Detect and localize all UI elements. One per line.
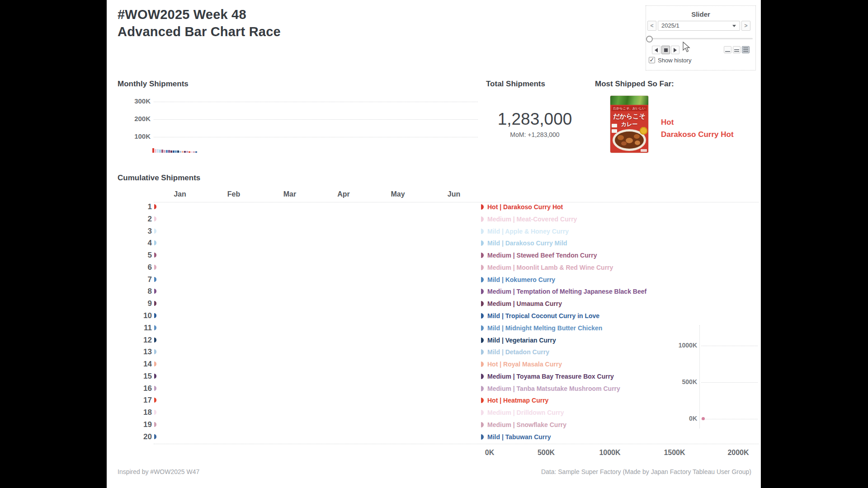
curry-bar-mark[interactable] bbox=[481, 253, 484, 258]
mini-bar[interactable] bbox=[177, 150, 179, 153]
curry-bar-mark[interactable] bbox=[481, 361, 484, 367]
monthly-gridline bbox=[154, 137, 478, 137]
inset-axis-tick: 0K bbox=[670, 415, 697, 422]
period-select[interactable]: 2025/1 bbox=[658, 21, 740, 31]
mini-bar[interactable] bbox=[161, 150, 163, 153]
curry-bar-mark[interactable] bbox=[481, 386, 484, 391]
x-axis-tick: 1500K bbox=[654, 449, 695, 457]
curry-bar-mark[interactable] bbox=[481, 325, 484, 331]
month-label-feb: Feb bbox=[216, 190, 252, 198]
mini-bar[interactable] bbox=[152, 148, 154, 153]
inset-axis-vline bbox=[699, 325, 700, 428]
monthly-y-tick: 100K bbox=[123, 132, 151, 140]
curry-row[interactable]: Medium | Umauma Curry bbox=[481, 299, 562, 308]
mini-bar[interactable] bbox=[182, 151, 184, 153]
rank-number: 5 bbox=[125, 251, 152, 260]
curry-row[interactable]: Medium | Stewed Beef Tendon Curry bbox=[481, 251, 597, 260]
mini-bar[interactable] bbox=[195, 151, 197, 153]
curry-row[interactable]: Mild | Vegetarian Curry bbox=[481, 336, 556, 345]
mini-bar[interactable] bbox=[175, 150, 177, 153]
dashboard: #WOW2025 Week 48 Advanced Bar Chart Race… bbox=[0, 0, 868, 488]
curry-row[interactable]: Medium | Drilldown Curry bbox=[481, 408, 564, 417]
triangle-left-icon bbox=[655, 48, 658, 52]
show-history-label: Show history bbox=[658, 57, 691, 64]
curry-bar-mark[interactable] bbox=[481, 289, 484, 294]
curry-bar-mark[interactable] bbox=[481, 313, 484, 319]
prev-period-button[interactable]: < bbox=[647, 21, 656, 31]
month-axis-line bbox=[154, 202, 759, 202]
speed-medium-button[interactable] bbox=[733, 46, 741, 53]
mini-bar[interactable] bbox=[189, 151, 190, 153]
step-backward-button[interactable] bbox=[652, 46, 660, 54]
rank-number: 15 bbox=[125, 372, 152, 381]
curry-bar-mark[interactable] bbox=[481, 434, 484, 440]
curry-row[interactable]: Hot | Darakoso Curry Hot bbox=[481, 202, 563, 211]
mini-bar[interactable] bbox=[186, 151, 188, 153]
mini-bar[interactable] bbox=[159, 150, 161, 153]
curry-bar-mark[interactable] bbox=[481, 277, 484, 282]
total-shipments-value: 1,283,000 bbox=[490, 110, 580, 129]
mini-bar[interactable] bbox=[166, 150, 168, 153]
curry-bar-mark[interactable] bbox=[481, 338, 484, 343]
curry-row-label: Medium | Tanba Matsutake Mushroom Curry bbox=[487, 385, 620, 392]
curry-row[interactable]: Hot | Royal Masala Curry bbox=[481, 360, 562, 369]
curry-row[interactable]: Mild | Darakoso Curry Mild bbox=[481, 239, 567, 248]
step-forward-button[interactable] bbox=[671, 46, 679, 54]
inset-data-dot[interactable] bbox=[702, 417, 705, 420]
package-badge bbox=[640, 127, 647, 135]
curry-row[interactable]: Medium | Moonlit Lamb & Red Wine Curry bbox=[481, 263, 613, 272]
monthly-y-tick: 300K bbox=[123, 97, 151, 105]
curry-bar-mark[interactable] bbox=[481, 422, 484, 427]
mini-bar[interactable] bbox=[164, 150, 165, 153]
x-axis-tick: 1000K bbox=[590, 449, 630, 457]
mini-bar[interactable] bbox=[184, 151, 186, 153]
speed-slow-button[interactable] bbox=[724, 46, 731, 53]
curry-row[interactable]: Medium | Snowflake Curry bbox=[481, 420, 566, 429]
mini-bar[interactable] bbox=[191, 151, 193, 153]
curry-row-label: Medium | Temptation of Melting Japanese … bbox=[487, 288, 646, 295]
curry-row[interactable]: Medium | Tanba Matsutake Mushroom Curry bbox=[481, 384, 620, 393]
curry-bar-mark[interactable] bbox=[481, 216, 484, 222]
next-period-button[interactable]: > bbox=[741, 21, 750, 31]
curry-bar-mark[interactable] bbox=[481, 265, 484, 270]
mini-bar[interactable] bbox=[168, 150, 170, 153]
mini-bar[interactable] bbox=[179, 151, 181, 153]
curry-bar-mark[interactable] bbox=[481, 301, 484, 306]
x-axis-tick: 2000K bbox=[718, 449, 759, 457]
curry-row[interactable]: Hot | Heatmap Curry bbox=[481, 396, 548, 405]
curry-bar-mark[interactable] bbox=[481, 410, 484, 415]
curry-bar-mark[interactable] bbox=[481, 374, 484, 379]
speed-fast-button[interactable] bbox=[742, 46, 750, 53]
curry-bar-mark[interactable] bbox=[481, 240, 484, 246]
time-slider-knob[interactable] bbox=[646, 36, 653, 42]
curry-row[interactable]: Mild | Kokumero Curry bbox=[481, 275, 555, 284]
month-label-jun: Jun bbox=[436, 190, 472, 198]
curry-row-label: Medium | Umauma Curry bbox=[487, 300, 562, 307]
package-greens-art bbox=[610, 96, 648, 105]
curry-row[interactable]: Mild | Tabuwan Curry bbox=[481, 432, 551, 441]
curry-bar-mark[interactable] bbox=[481, 229, 484, 234]
inset-gridline bbox=[701, 346, 758, 346]
curry-row[interactable]: Mild | Midnight Melting Butter Chicken bbox=[481, 324, 602, 333]
stop-button[interactable] bbox=[661, 46, 670, 54]
mini-bar[interactable] bbox=[157, 149, 159, 153]
curry-row[interactable]: Medium | Temptation of Melting Japanese … bbox=[481, 287, 646, 296]
curry-bar-mark[interactable] bbox=[481, 349, 484, 355]
time-slider-track[interactable] bbox=[648, 38, 753, 39]
curry-row-label: Mild | Tropical Coconut Curry in Love bbox=[487, 312, 599, 319]
mini-bar[interactable] bbox=[173, 150, 175, 153]
inset-axis-tick: 500K bbox=[670, 378, 697, 385]
show-history-checkbox[interactable]: ✓ bbox=[649, 57, 655, 63]
curry-row[interactable]: Mild | Tropical Coconut Curry in Love bbox=[481, 311, 599, 320]
curry-row[interactable]: Mild | Detadon Curry bbox=[481, 347, 549, 357]
mini-bar[interactable] bbox=[193, 151, 195, 153]
curry-row[interactable]: Medium | Meat-Covered Curry bbox=[481, 215, 577, 224]
curry-row[interactable]: Mild | Apple & Honey Curry bbox=[481, 227, 569, 236]
curry-row[interactable]: Medium | Toyama Bay Treasure Box Curry bbox=[481, 372, 614, 381]
curry-bar-mark[interactable] bbox=[481, 398, 484, 403]
mini-bar[interactable] bbox=[170, 150, 172, 153]
curry-bar-mark[interactable] bbox=[481, 204, 484, 210]
month-label-mar: Mar bbox=[272, 190, 308, 198]
curry-row-label: Medium | Stewed Beef Tendon Curry bbox=[487, 252, 597, 259]
mini-bar[interactable] bbox=[155, 149, 156, 153]
